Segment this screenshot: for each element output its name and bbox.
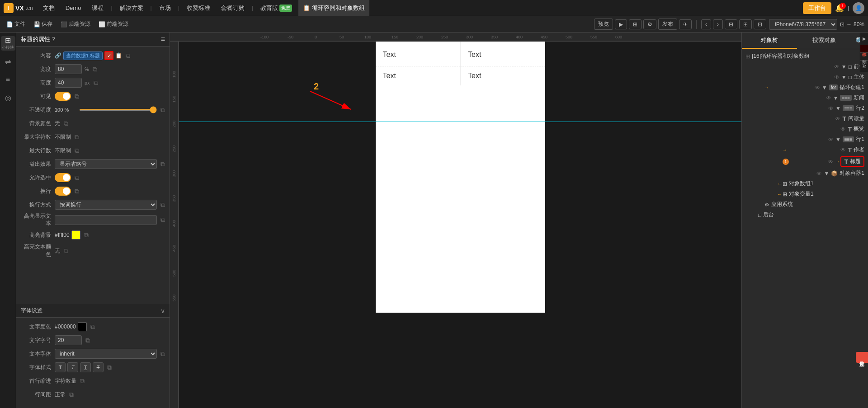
height-copy[interactable]: ⧉ [94, 79, 98, 87]
share-button[interactable]: ✈ [679, 19, 692, 29]
wrapmethod-copy[interactable]: ⧉ [160, 201, 165, 209]
workbench-button[interactable]: 工作台 [803, 2, 831, 14]
visible-toggle[interactable] [55, 92, 71, 101]
tab-search-object[interactable]: 搜索对象 [797, 33, 852, 49]
nav-education[interactable]: 教育版 免费 [256, 0, 297, 16]
panel-menu-icon[interactable]: ≡ [161, 35, 165, 43]
publish-button[interactable]: 发布 [658, 19, 677, 30]
view-mode-2[interactable]: ⊞ [739, 19, 752, 29]
logo[interactable]: i VX .cn [4, 3, 33, 13]
wrap-copy[interactable]: ⧉ [75, 188, 79, 195]
device-selector[interactable]: iPhone6/7/8 375*667 [769, 19, 837, 30]
height-input[interactable] [55, 78, 82, 88]
edge-icon-4[interactable]: AI [861, 61, 868, 72]
opacity-slider[interactable] [79, 109, 157, 111]
edge-icon-2[interactable]: 事件 [860, 45, 868, 53]
font-section-toggle[interactable]: ∨ [160, 307, 165, 314]
tree-item-row1[interactable]: 👁 ▼ ≡≡≡ 行1 [742, 134, 868, 145]
layout-button[interactable]: ⊞ [629, 19, 642, 29]
fontcolor-copy[interactable]: ⧉ [90, 323, 95, 331]
bgcolor-copy[interactable]: ⧉ [64, 120, 68, 127]
view-mode-3[interactable]: ⊡ [754, 19, 766, 29]
tree-item-row2[interactable]: 👁 ▼ ≡≡≡ 行2 [742, 103, 868, 113]
toolbar-backend[interactable]: ⬛ 后端资源 [58, 16, 93, 33]
lineheight-copy[interactable]: ⧉ [69, 391, 74, 399]
user-avatar[interactable]: 👤 [853, 2, 864, 14]
tree-item-system[interactable]: ⚙ 应用系统 [742, 199, 868, 210]
width-input[interactable] [55, 64, 82, 74]
tree-item-root[interactable]: ⊞ [16]循环容器和对象数组 [742, 51, 868, 61]
content-copy-icon[interactable]: ⧉ [126, 52, 130, 60]
side-icon-module[interactable]: ⊞ 小模块 [1, 36, 15, 51]
side-icon-swap[interactable]: ⇌ [1, 54, 15, 69]
indent-copy[interactable]: ⧉ [80, 377, 85, 385]
content-edit-btn[interactable]: ✓ [104, 51, 113, 60]
fontcolor-swatch[interactable] [78, 322, 87, 331]
allowselect-toggle[interactable] [55, 173, 71, 182]
wrapmethod-select[interactable]: 按词换行 [55, 200, 157, 210]
tree-item-title[interactable]: 1 👁 → T 标题 [742, 155, 868, 168]
strikethrough-button[interactable]: T [93, 362, 104, 372]
view-mode-1[interactable]: ⊟ [725, 19, 737, 29]
notification-bell[interactable]: 🔔 1 [835, 4, 844, 12]
hltextcolor-copy[interactable]: ⧉ [64, 247, 68, 255]
allowselect-copy[interactable]: ⧉ [75, 174, 79, 182]
italic-button[interactable]: T [67, 362, 78, 372]
font-section-header[interactable]: 字体设置 ∨ [16, 304, 170, 318]
bold-button[interactable]: T [55, 362, 66, 372]
tree-item-container[interactable]: 👁 ▼ 📦 对象容器1 [742, 168, 868, 178]
fontstyle-copy[interactable]: ⧉ [107, 364, 112, 371]
nav-demo[interactable]: Demo [61, 0, 86, 16]
side-icon-list[interactable]: ≡ [1, 72, 15, 87]
tab-object-tree[interactable]: 对象树 [742, 33, 797, 49]
edge-icon-1[interactable]: ▶ [861, 33, 868, 45]
tree-item-news[interactable]: 👁 ▼ ≡≡≡ 新闻 [742, 93, 868, 103]
tree-item-overview[interactable]: 👁 T 概览 [742, 124, 868, 134]
config-button[interactable]: ⚙ [643, 19, 656, 29]
maxlines-copy[interactable]: ⧉ [75, 147, 79, 155]
maxchars-copy[interactable]: ⧉ [75, 133, 79, 141]
overflow-select[interactable]: 显示省略号 [55, 159, 157, 169]
floating-feedback[interactable]: 意见反馈 [856, 352, 868, 363]
toolbar-file[interactable]: 📄 文件 [4, 16, 28, 33]
tree-item-reads[interactable]: 👁 T 阅读量 [742, 113, 868, 124]
tree-item-author[interactable]: → 👁 T 作者 [742, 145, 868, 155]
nav-forward[interactable]: › [713, 19, 723, 29]
tree-item-dataset[interactable]: ← ⊞ 对象数组1 [742, 178, 868, 189]
highlight-text-input[interactable] [55, 215, 157, 225]
nav-solutions[interactable]: 解决方案 [115, 0, 148, 16]
tree-item-backend[interactable]: □ 后台 [742, 210, 868, 220]
fontsize-input[interactable] [55, 335, 82, 345]
opacity-copy[interactable]: ⧉ [160, 106, 165, 114]
nav-market[interactable]: 市场 [155, 0, 175, 16]
nav-back[interactable]: ‹ [701, 19, 711, 29]
tree-item-main[interactable]: 👁 ▼ □ 主体 [742, 72, 868, 82]
nav-pricing[interactable]: 收费标准 [182, 0, 215, 16]
nav-courses[interactable]: 课程 [87, 0, 108, 16]
hlbg-swatch[interactable] [71, 230, 80, 239]
fontsize-copy[interactable]: ⧉ [85, 337, 90, 344]
visible-copy[interactable]: ⧉ [75, 93, 79, 100]
highlight-copy[interactable]: ⧉ [160, 216, 165, 224]
toolbar-save[interactable]: 💾 保存 [31, 16, 55, 33]
side-icon-target[interactable]: ◎ [1, 90, 15, 105]
overflow-copy[interactable]: ⧉ [160, 160, 165, 168]
tree-item-frontend[interactable]: 👁 ▼ □ 前台 [742, 61, 868, 72]
opacity-label: 不透明度 [21, 106, 55, 114]
help-icon[interactable]: ? [52, 36, 55, 42]
preview-button[interactable]: 预览 [594, 19, 613, 30]
nav-loop-tutorial[interactable]: 📋 循环容器和对象数组 [298, 0, 369, 16]
run-button[interactable]: ▶ [615, 19, 627, 29]
tree-item-loop[interactable]: → 👁 ▼ for 循环创建1 [742, 82, 868, 93]
underline-button[interactable]: T [80, 362, 91, 372]
fontfamily-copy[interactable]: ⧉ [160, 350, 165, 358]
nav-docs[interactable]: 文档 [38, 0, 59, 16]
hlbg-copy[interactable]: ⧉ [84, 231, 89, 239]
width-copy[interactable]: ⧉ [93, 66, 97, 73]
nav-packages[interactable]: 套餐订购 [217, 0, 249, 16]
edge-icon-3[interactable]: 动画 [860, 53, 868, 61]
toolbar-frontend[interactable]: ⬜ 前端资源 [96, 16, 131, 33]
fontfamily-select[interactable]: inherit [55, 349, 157, 359]
tree-item-variable[interactable]: ← ⊞ 对象变量1 [742, 189, 868, 199]
wrap-toggle[interactable] [55, 187, 71, 196]
